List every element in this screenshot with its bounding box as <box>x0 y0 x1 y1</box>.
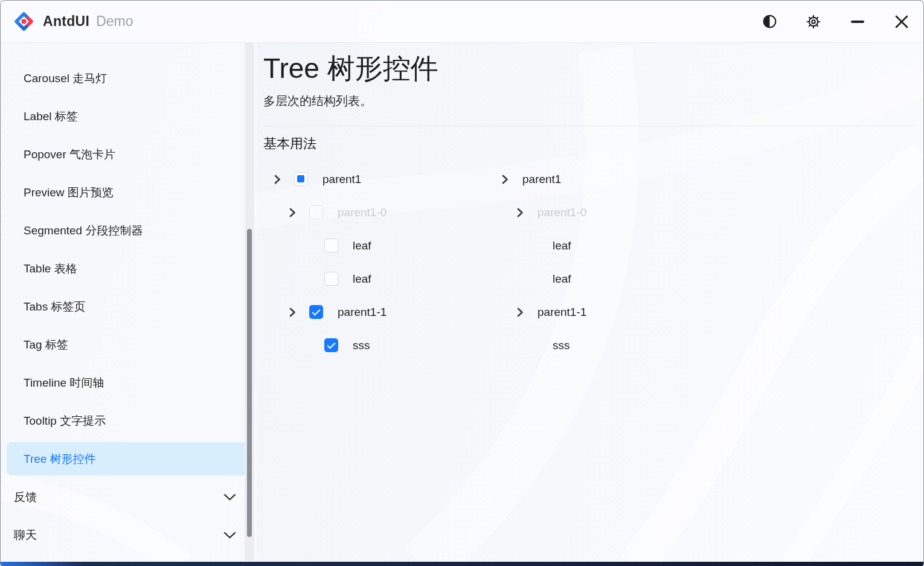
sidebar-item[interactable]: Carousel 走马灯 <box>1 59 257 97</box>
sidebar-item-label: Tree 树形控件 <box>24 451 96 467</box>
app-logo-icon <box>13 10 35 33</box>
divider <box>263 126 916 126</box>
app-title: AntdUI <box>43 13 89 30</box>
sidebar-item[interactable]: Tree 树形控件 <box>7 442 253 475</box>
section-title: 基本用法 <box>263 135 923 153</box>
sidebar-menu: Carousel 走马灯Label 标签Popover 气泡卡片Preview … <box>1 43 257 554</box>
sidebar-item-label: Tag 标签 <box>24 337 68 353</box>
sidebar-item-label: Tabs 标签页 <box>24 299 85 315</box>
page-subtitle: 多层次的结构列表。 <box>263 92 923 109</box>
theme-toggle-button[interactable] <box>756 8 783 36</box>
titlebar: AntdUI Demo <box>1 1 923 43</box>
main-content: Tree 树形控件 多层次的结构列表。 基本用法 <box>257 43 923 562</box>
app-subtitle: Demo <box>96 13 133 30</box>
sidebar-item[interactable]: Timeline 时间轴 <box>1 364 257 402</box>
sidebar-scrollbar-thumb[interactable] <box>247 229 252 537</box>
sidebar-item[interactable]: Tag 标签 <box>1 326 257 364</box>
sidebar-item[interactable]: Preview 图片预览 <box>1 173 257 211</box>
chevron-down-icon <box>223 494 236 501</box>
sidebar-item[interactable]: Segmented 分段控制器 <box>1 211 257 249</box>
page-title: Tree 树形控件 <box>263 51 923 85</box>
sidebar: Carousel 走马灯Label 标签Popover 气泡卡片Preview … <box>1 43 257 562</box>
minimize-icon <box>851 21 864 23</box>
close-icon <box>894 14 909 29</box>
sidebar-item-label: Table 表格 <box>24 261 77 277</box>
sidebar-group-label: 聊天 <box>14 527 37 543</box>
sidebar-item-label: Segmented 分段控制器 <box>24 223 143 239</box>
minimize-button[interactable] <box>844 8 871 36</box>
sidebar-group-header[interactable]: 聊天 <box>1 516 257 554</box>
sidebar-group-label: 反馈 <box>14 489 37 505</box>
window-bottom-edge <box>1 562 923 566</box>
gear-icon <box>806 14 821 30</box>
sidebar-item[interactable]: Tooltip 文字提示 <box>1 402 257 440</box>
sidebar-item[interactable]: Popover 气泡卡片 <box>1 135 257 173</box>
sidebar-group-header[interactable]: 反馈 <box>1 478 257 516</box>
sidebar-item-label: Popover 气泡卡片 <box>24 147 115 162</box>
sidebar-item[interactable]: Table 表格 <box>1 249 257 288</box>
sidebar-scrollbar-track[interactable] <box>245 43 254 561</box>
sidebar-item-label: Preview 图片预览 <box>24 185 114 201</box>
window-controls <box>756 8 923 36</box>
sidebar-item-label: Tooltip 文字提示 <box>24 413 106 429</box>
settings-button[interactable] <box>800 8 827 36</box>
close-button[interactable] <box>888 8 916 36</box>
app-window: AntdUI Demo <box>0 0 924 566</box>
half-circle-icon <box>762 14 777 29</box>
chevron-down-icon <box>223 532 236 539</box>
sidebar-item-label: Carousel 走马灯 <box>24 71 107 86</box>
sidebar-item[interactable]: Label 标签 <box>1 97 257 135</box>
sidebar-item-label: Timeline 时间轴 <box>24 375 104 391</box>
sidebar-item-label: Label 标签 <box>24 109 78 124</box>
sidebar-item[interactable]: Tabs 标签页 <box>1 288 257 326</box>
